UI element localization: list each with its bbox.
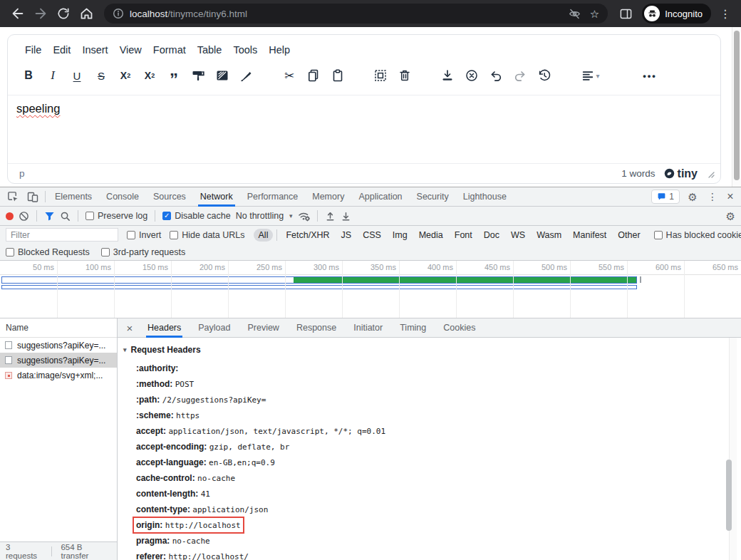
image-tools-button[interactable] [210, 66, 234, 85]
menu-item-tools[interactable]: Tools [229, 41, 261, 58]
type-filter-css[interactable]: CSS [358, 229, 386, 242]
format-painter-button[interactable] [186, 66, 210, 85]
select-all-button[interactable] [368, 66, 393, 85]
export-button[interactable] [435, 66, 460, 85]
network-conditions-icon[interactable] [298, 211, 310, 222]
type-filter-ws[interactable]: WS [506, 229, 530, 242]
filter-funnel-icon[interactable] [44, 211, 55, 222]
delete-button[interactable] [393, 66, 417, 85]
bookmark-star-icon[interactable]: ☆ [590, 9, 599, 19]
inspect-element-button[interactable] [3, 187, 23, 206]
issues-badge[interactable]: 1 [651, 190, 680, 204]
browser-menu-button[interactable]: ⋮ [717, 7, 734, 21]
align-button[interactable]: ▾ [575, 66, 606, 85]
devtools-tab-console[interactable]: Console [99, 187, 146, 207]
menu-item-insert[interactable]: Insert [78, 41, 112, 58]
third-party-requests-checkbox[interactable]: 3rd-party requests [101, 247, 185, 257]
word-count[interactable]: 1 words [621, 168, 655, 179]
devtools-tab-sources[interactable]: Sources [146, 187, 193, 207]
type-filter-manifest[interactable]: Manifest [568, 229, 611, 242]
address-bar[interactable]: localhost/tinymce/tiny6.html ☆ [104, 4, 608, 24]
menu-item-format[interactable]: Format [149, 41, 190, 58]
redo-button[interactable] [508, 66, 532, 85]
detail-tab-preview[interactable]: Preview [239, 318, 287, 338]
search-icon[interactable] [60, 211, 71, 222]
detail-tab-headers[interactable]: Headers [139, 318, 190, 338]
menu-item-view[interactable]: View [115, 41, 146, 58]
devtools-settings-button[interactable]: ⚙ [683, 187, 703, 206]
devtools-tab-memory[interactable]: Memory [305, 187, 351, 207]
strikethrough-button[interactable]: S [89, 66, 113, 85]
editor-content-area[interactable]: speeling [8, 95, 720, 163]
page-scrollbar-thumb[interactable] [734, 31, 740, 180]
detail-tab-initiator[interactable]: Initiator [345, 318, 391, 338]
type-filter-media[interactable]: Media [414, 229, 448, 242]
record-button[interactable] [6, 212, 14, 220]
close-detail-button[interactable]: × [120, 322, 139, 334]
undo-button[interactable] [484, 66, 508, 85]
detail-scrollbar-thumb[interactable] [726, 460, 732, 531]
cut-button[interactable]: ✂ [277, 66, 301, 85]
menu-item-table[interactable]: Table [193, 41, 227, 58]
devtools-tab-performance[interactable]: Performance [240, 187, 306, 207]
device-toolbar-button[interactable] [23, 187, 43, 206]
request-row[interactable]: suggestions?apiKey=... [0, 353, 117, 368]
hide-data-urls-checkbox[interactable]: Hide data URLs [170, 230, 244, 240]
has-blocked-cookies-checkbox[interactable]: Has blocked cookies [654, 230, 741, 240]
home-button[interactable] [76, 3, 97, 24]
request-row[interactable]: data:image/svg+xml;... [0, 368, 117, 383]
devtools-close-button[interactable]: × [722, 190, 738, 203]
invert-checkbox[interactable]: Invert [127, 230, 161, 240]
page-scrollbar[interactable] [732, 27, 741, 187]
back-button[interactable] [7, 3, 28, 24]
superscript-button[interactable]: X2 [138, 66, 162, 85]
menu-item-help[interactable]: Help [264, 41, 294, 58]
request-row[interactable]: suggestions?apiKey=... [0, 338, 117, 353]
detail-scrollbar[interactable] [729, 338, 737, 560]
import-har-icon[interactable] [325, 211, 336, 222]
export-har-icon[interactable] [341, 211, 351, 222]
type-filter-other[interactable]: Other [613, 229, 645, 242]
restore-draft-button[interactable] [532, 66, 556, 85]
overview-timeline[interactable]: 50 ms100 ms150 ms200 ms250 ms300 ms350 m… [0, 261, 741, 318]
permanent-pen-button[interactable] [234, 66, 259, 85]
disable-cache-checkbox[interactable]: ✓Disable cache [162, 211, 231, 221]
side-panel-button[interactable] [615, 3, 636, 24]
site-info-icon[interactable] [113, 8, 124, 19]
type-filter-js[interactable]: JS [336, 229, 357, 242]
blockquote-button[interactable]: ” [162, 71, 186, 89]
network-settings-button[interactable]: ⚙ [726, 211, 735, 222]
paste-button[interactable] [326, 66, 350, 85]
detail-tab-timing[interactable]: Timing [391, 318, 435, 338]
italic-button[interactable]: I [41, 66, 65, 85]
menu-item-edit[interactable]: Edit [48, 41, 75, 58]
detail-tab-response[interactable]: Response [288, 318, 345, 338]
more-toolbar-button[interactable]: ••• [638, 66, 662, 85]
forward-button[interactable] [30, 3, 51, 24]
bold-button[interactable]: B [16, 66, 41, 85]
type-filter-fetch-xhr[interactable]: Fetch/XHR [281, 229, 334, 242]
devtools-tab-network[interactable]: Network [193, 187, 240, 207]
devtools-tab-elements[interactable]: Elements [48, 187, 99, 207]
cookies-blocked-eye-icon[interactable] [568, 7, 581, 21]
blocked-requests-checkbox[interactable]: Blocked Requests [6, 247, 90, 257]
preserve-log-checkbox[interactable]: Preserve log [86, 211, 147, 221]
request-headers-section[interactable]: ▾ Request Headers [123, 345, 728, 355]
devtools-tab-lighthouse[interactable]: Lighthouse [456, 187, 514, 207]
devtools-menu-button[interactable]: ⋮ [705, 191, 720, 202]
element-path[interactable]: p [19, 168, 25, 179]
name-column-header[interactable]: Name [0, 318, 117, 338]
reload-button[interactable] [53, 3, 74, 24]
menu-item-file[interactable]: File [21, 41, 46, 58]
type-filter-img[interactable]: Img [388, 229, 413, 242]
cancel-button[interactable] [460, 66, 484, 85]
type-filter-all[interactable]: All [254, 229, 274, 242]
underline-button[interactable]: U [65, 66, 89, 85]
subscript-button[interactable]: X2 [113, 66, 138, 85]
detail-tab-payload[interactable]: Payload [190, 318, 239, 338]
throttling-dropdown[interactable]: No throttling ▾ [236, 211, 293, 221]
tiny-branding[interactable]: tiny [664, 167, 698, 180]
type-filter-wasm[interactable]: Wasm [532, 229, 566, 242]
misspelled-word[interactable]: speeling [16, 102, 60, 115]
devtools-tab-application[interactable]: Application [351, 187, 409, 207]
